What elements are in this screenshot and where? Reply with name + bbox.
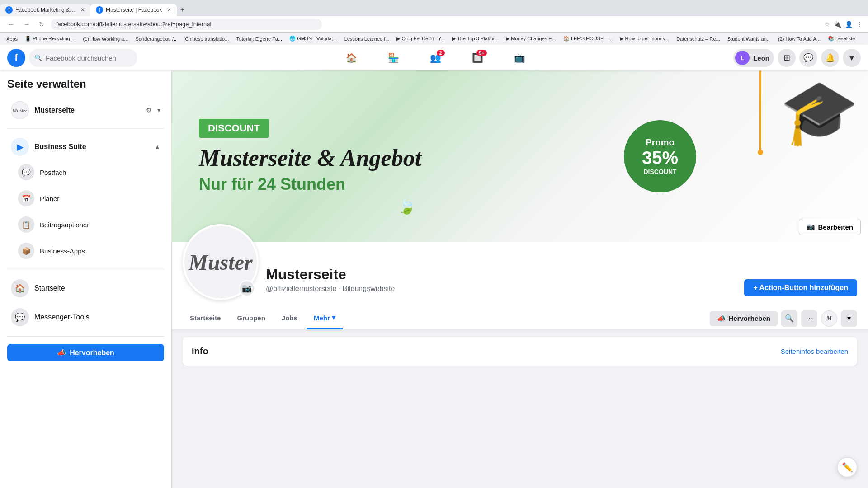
sidebar-item-messenger-tools[interactable]: 💬 Messenger-Tools (7, 304, 164, 331)
planer-icon: 📅 (18, 190, 34, 206)
business-apps-icon: 📦 (18, 243, 34, 259)
info-edit-link[interactable]: Seiteninfos bearbeiten (781, 347, 848, 355)
bookmark-working[interactable]: (1) How Working a... (80, 35, 131, 42)
notifications-icon-button[interactable]: 🔔 (821, 49, 839, 67)
mehr-label: Mehr (314, 314, 330, 322)
search-input[interactable] (46, 54, 127, 62)
bookmark-gmsn[interactable]: 🌐 GMSN - Volgda,... (287, 35, 340, 42)
facebook-header: f 🔍 🏠 🏪 👥 2 🔲 9+ 📺 L Leon ⊞ 💬 (0, 45, 868, 70)
page-nav-startseite[interactable]: Startseite (183, 308, 228, 329)
search-nav-button[interactable]: 🔍 (781, 310, 797, 327)
leaf-decoration: 🍃 (398, 198, 416, 215)
business-suite-chevron-icon: ▲ (154, 143, 160, 150)
tab-favicon-2: f (96, 6, 103, 14)
bookmark-icon[interactable]: ☆ (824, 21, 830, 28)
grid-icon-button[interactable]: ⊞ (778, 49, 796, 67)
nav-chevron-button[interactable]: ▾ (841, 310, 857, 327)
new-tab-button[interactable]: + (177, 6, 188, 14)
nav-home-button[interactable]: 🏠 (331, 49, 372, 67)
bookmark-leseliste[interactable]: 📚 Leseliste (825, 35, 858, 42)
sidebar-divider-3 (7, 336, 164, 337)
bookmark-phone[interactable]: 📱 Phone Recycling-... (22, 35, 78, 42)
page-name-label: Musterseite (34, 106, 141, 114)
action-button-main[interactable]: + Action-Button hinzufügen (744, 279, 857, 296)
sidebar-page-item[interactable]: Muster Musterseite ⚙ ▾ (7, 98, 164, 123)
bookmark-lee[interactable]: 🏠 LEE'S HOUSE—... (561, 35, 616, 42)
business-suite-label: Business Suite (34, 143, 149, 151)
bookmark-datenschutz[interactable]: Datenschutz – Re... (674, 35, 723, 42)
bookmark-howto[interactable]: ▶ How to get more v... (617, 35, 672, 42)
hervorheben-button[interactable]: 📣 Hervorheben (7, 344, 164, 361)
edit-cover-button[interactable]: 📷 Bearbeiten (799, 219, 861, 235)
bookmark-apps[interactable]: Apps (4, 35, 20, 42)
expand-icon: ▾ (157, 107, 160, 114)
nav-friends-button[interactable]: 👥 2 (415, 49, 456, 67)
page-content: DISCOUNT Musterseite & Angebot Nur für 2… (172, 70, 868, 488)
profile-camera-button[interactable]: 📷 (239, 280, 255, 296)
business-suite-sub-items: 💬 Postfach 📅 Planer 📋 Beitragsoptionen 📦… (7, 160, 164, 263)
promo-circle: Promo 35% DISCOUNT (624, 120, 696, 192)
bookmark-student[interactable]: Student Wants an... (725, 35, 774, 42)
planer-label: Planer (40, 195, 59, 202)
bookmark-qing[interactable]: ▶ Qing Fei De Yi - Y... (394, 35, 448, 42)
browser-tab-1[interactable]: f Facebook Marketing & Werb... ✕ (0, 4, 90, 16)
bookmark-top3[interactable]: ▶ The Top 3 Platfor... (449, 35, 501, 42)
bookmark-how2add[interactable]: (2) How To Add A... (775, 35, 823, 42)
back-button[interactable]: ← (5, 20, 17, 29)
sidebar-item-postfach[interactable]: 💬 Postfach (14, 160, 164, 185)
bookmark-lessons[interactable]: Lessons Learned f... (342, 35, 392, 42)
sidebar-item-business-apps[interactable]: 📦 Business-Apps (14, 238, 164, 263)
forward-button[interactable]: → (21, 20, 33, 29)
bookmark-tutorial[interactable]: Tutorial: Eigene Fa... (233, 35, 285, 42)
startseite-label: Startseite (34, 284, 65, 292)
extension-icon[interactable]: 🔌 (834, 21, 841, 28)
browser-tab-2[interactable]: f Musterseite | Facebook ✕ (90, 4, 177, 16)
sidebar-divider-2 (7, 269, 164, 269)
account-menu-button[interactable]: ▼ (843, 49, 861, 67)
account-icon[interactable]: 👤 (845, 21, 853, 28)
action-btn-label: + Action-Button hinzufügen (753, 284, 848, 292)
bookmark-sonder[interactable]: Sonderangebot: /... (133, 35, 181, 42)
camera-icon: 📷 (807, 223, 815, 231)
tab-close-2[interactable]: ✕ (167, 7, 171, 13)
more-nav-button[interactable]: ··· (801, 310, 817, 327)
nav-pages-button[interactable]: 🔲 9+ (458, 49, 498, 67)
user-profile-button[interactable]: L Leon (733, 49, 774, 67)
nav-watch-button[interactable]: 📺 (500, 49, 540, 67)
bookmark-money[interactable]: ▶ Money Changes E... (503, 35, 559, 42)
sidebar-item-startseite[interactable]: 🏠 Startseite (7, 275, 164, 302)
friends-badge: 2 (437, 50, 445, 56)
nav-store-button[interactable]: 🏪 (373, 49, 414, 67)
address-bar[interactable] (51, 19, 322, 30)
promo-percent: 35% (642, 148, 678, 168)
more-options-icon[interactable]: ⋮ (856, 21, 863, 28)
sidebar-divider-1 (7, 128, 164, 129)
page-nav-jobs[interactable]: Jobs (274, 308, 305, 329)
messenger-icon-button[interactable]: 💬 (799, 49, 817, 67)
floating-edit-button[interactable]: ✏️ (837, 457, 857, 477)
cover-title: Musterseite & Angebot (199, 145, 597, 171)
hervorheben-label: Hervorheben (70, 349, 114, 357)
sidebar-item-beitragsoptionen[interactable]: 📋 Beitragsoptionen (14, 212, 164, 237)
business-suite-icon: ▶ (11, 138, 29, 156)
edit-cover-label: Bearbeiten (818, 223, 853, 231)
page-nav-gruppen[interactable]: Gruppen (230, 308, 273, 329)
sidebar-item-planer[interactable]: 📅 Planer (14, 186, 164, 211)
browser-chrome: f Facebook Marketing & Werb... ✕ f Muste… (0, 0, 868, 45)
bookmark-chinese[interactable]: Chinese translatio... (182, 35, 231, 42)
main-navigation: 🏠 🏪 👥 2 🔲 9+ 📺 (141, 49, 730, 67)
business-suite-header[interactable]: ▶ Business Suite ▲ (7, 134, 164, 160)
browser-right-icons: ☆ 🔌 👤 ⋮ (824, 21, 863, 28)
tassel-string (760, 70, 761, 152)
page-nav-mehr[interactable]: Mehr ▾ (307, 307, 343, 329)
page-nav-avatar[interactable]: M (821, 310, 837, 327)
info-section: Info Seiteninfos bearbeiten (183, 337, 857, 366)
tab-close-1[interactable]: ✕ (80, 7, 85, 13)
hervorheben-nav-button[interactable]: 📣 Hervorheben (710, 311, 778, 326)
user-section: L Leon ⊞ 💬 🔔 ▼ (733, 49, 861, 67)
page-profile-section: Muster 📷 Musterseite @offiziellemusterse… (172, 242, 868, 307)
business-apps-label: Business-Apps (40, 247, 85, 255)
browser-tabs: f Facebook Marketing & Werb... ✕ f Muste… (0, 0, 868, 16)
page-nav-actions: 📣 Hervorheben 🔍 ··· M ▾ (710, 310, 857, 327)
refresh-button[interactable]: ↻ (36, 20, 47, 29)
